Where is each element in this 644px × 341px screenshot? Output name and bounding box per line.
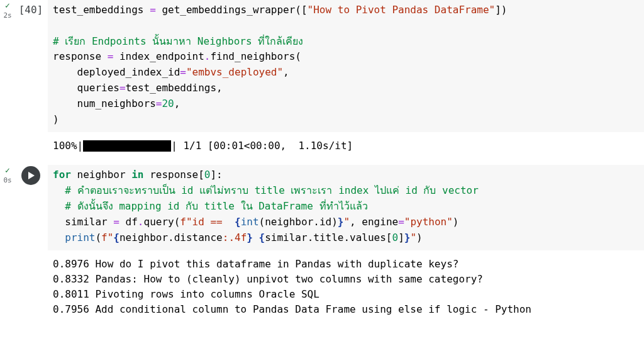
code-token: ]) (495, 4, 507, 16)
svg-marker-0 (28, 172, 35, 179)
code-token: test_embeddings, (126, 82, 223, 94)
exec-count-area[interactable]: [40] (14, 1, 48, 154)
code-token: { (259, 232, 265, 243)
code-token: query (144, 216, 174, 228)
code-token: " (410, 232, 416, 243)
code-token: similar (53, 216, 113, 228)
code-token: 20 (162, 98, 174, 109)
code-token: num_neighbors (53, 98, 156, 109)
status-ok-icon: ✓ (5, 1, 10, 9)
code-comment: # คำตอบเราจะทราบเป็น id แต่ไม่ทราบ title… (53, 184, 479, 196)
progress-bar-fill (83, 140, 171, 152)
code-token: "embvs_deployed" (186, 66, 283, 78)
output-line: 0.8332 Pandas: How to (cleanly) unpivot … (53, 273, 483, 285)
cell-output: 0.8976 How do I pivot this dataframe in … (48, 250, 644, 317)
code-token: f"id == (180, 216, 235, 228)
code-token: = (156, 98, 162, 109)
cell-gutter: ✓ 2s [40] (0, 0, 48, 154)
code-token: ( (174, 216, 180, 228)
code-token: neighbor (71, 169, 131, 181)
cell-gutter: ✓ 0s (0, 165, 48, 317)
execution-count: [40] (19, 1, 43, 18)
code-token: ) (453, 216, 459, 228)
code-editor[interactable]: test_embeddings = get_embeddings_wrapper… (48, 0, 644, 132)
code-token: int (241, 216, 259, 228)
code-token: 0 (392, 232, 399, 243)
code-token: = (119, 82, 126, 94)
cell-body: test_embeddings = get_embeddings_wrapper… (48, 0, 644, 154)
code-token (253, 232, 259, 243)
code-token: f" (101, 232, 113, 243)
code-token: = (150, 4, 162, 16)
code-token: ) (416, 232, 423, 243)
code-token: deployed_index_id (53, 66, 180, 78)
status-ok-icon: ✓ (5, 166, 10, 174)
code-token: "How to Pivot Pandas DataFrame" (308, 4, 496, 16)
play-icon (26, 171, 35, 180)
code-token: ]: (210, 169, 222, 181)
code-token: df (126, 216, 138, 228)
code-token: get_embeddings_wrapper (162, 4, 295, 16)
code-token: response[ (144, 169, 204, 181)
code-token: = (398, 216, 404, 228)
elapsed-time: 2s (3, 11, 11, 21)
progress-right: | 1/1 [00:01<00:00, 1.10s/it] (171, 140, 353, 152)
code-token: " (343, 216, 350, 228)
code-token (53, 232, 65, 243)
cell-body: for neighbor in response[0]: # คำตอบเราจ… (48, 165, 644, 317)
code-comment: # ดังนั้นจึง mapping id กับ title ใน Dat… (53, 200, 368, 212)
run-button-area[interactable] (14, 166, 48, 317)
status-column: ✓ 2s (0, 1, 14, 154)
code-token: queries (53, 82, 119, 94)
code-token: ) (53, 113, 59, 125)
code-token: = (180, 66, 186, 78)
code-token: ( (95, 232, 101, 243)
code-token: "python" (404, 216, 453, 228)
code-cell-1: ✓ 2s [40] test_embeddings = get_embeddin… (0, 0, 644, 154)
code-token: ([ (295, 4, 307, 16)
status-column: ✓ 0s (0, 166, 14, 317)
code-editor[interactable]: for neighbor in response[0]: # คำตอบเราจ… (48, 165, 644, 250)
code-token: (neighbor.id) (259, 216, 338, 228)
code-token: } (247, 232, 253, 243)
code-token: print (65, 232, 95, 243)
code-token: in (131, 169, 143, 181)
code-token: . (138, 216, 144, 228)
code-token: = (108, 50, 119, 62)
code-token: = (113, 216, 125, 228)
code-token: } (404, 232, 411, 243)
output-line: 0.8011 Pivoting rows into columns Oracle… (53, 288, 319, 300)
code-token: find_neighbors (210, 50, 295, 62)
code-token: } (338, 216, 344, 228)
code-token: { (113, 232, 119, 243)
code-token: for (53, 169, 71, 181)
code-token: response (53, 50, 108, 62)
code-token: , engine (350, 216, 398, 228)
code-token: , (283, 66, 289, 78)
run-cell-button[interactable] (21, 166, 40, 185)
code-token: index_endpoint (119, 50, 204, 62)
progress-left: 100%| (53, 140, 83, 152)
output-line: 0.8976 How do I pivot this dataframe in … (53, 258, 458, 270)
code-token: ( (295, 50, 301, 62)
elapsed-time: 0s (3, 176, 11, 186)
code-comment: # เรียก Endpoints นั้นมาหา Neighbors ที่… (53, 35, 303, 47)
code-token: neighbor.distance (119, 232, 223, 243)
output-line: 0.7956 Add conditional column to Pandas … (53, 303, 531, 315)
code-token: test_embeddings (53, 4, 150, 16)
cell-output: 100%|| 1/1 [00:01<00:00, 1.10s/it] (48, 132, 644, 154)
code-token: , (174, 98, 180, 109)
code-cell-2: ✓ 0s for neighbor in response[0]: # คำตอ… (0, 165, 644, 317)
code-token: :.4f (223, 232, 247, 243)
code-token: { (235, 216, 241, 228)
code-token: ] (398, 232, 404, 243)
code-token: similar.title.values[ (265, 232, 392, 243)
